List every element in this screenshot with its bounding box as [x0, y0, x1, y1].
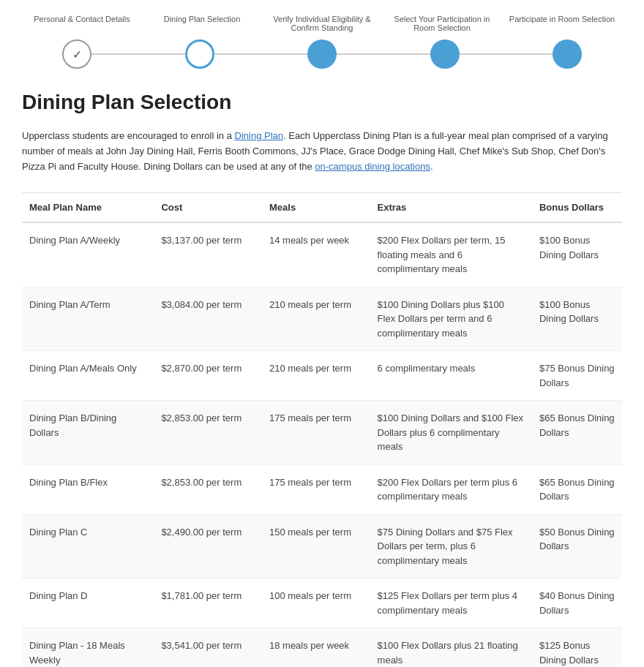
- cell-extras: $75 Dining Dollars and $75 Flex Dollars …: [370, 514, 532, 579]
- step-label-5: Participate in Room Selection: [502, 15, 622, 32]
- meal-plan-table: Meal Plan Name Cost Meals Extras Bonus D…: [22, 192, 622, 667]
- step-label-2: Dining Plan Selection: [142, 15, 262, 32]
- cell-name: Dining Plan B/Dining Dollars: [22, 401, 154, 465]
- cell-meals: 210 meals per term: [262, 287, 370, 351]
- cell-bonus: $100 Bonus Dining Dollars: [532, 287, 622, 351]
- progress-labels: Personal & Contact Details Dining Plan S…: [22, 15, 622, 32]
- col-header-name: Meal Plan Name: [22, 193, 154, 223]
- cell-cost: $1,781.00 per term: [154, 579, 262, 628]
- cell-name: Dining Plan B/Flex: [22, 464, 154, 514]
- table-header-row: Meal Plan Name Cost Meals Extras Bonus D…: [22, 193, 622, 223]
- cell-name: Dining Plan D: [22, 579, 154, 628]
- col-header-bonus: Bonus Dollars: [532, 193, 622, 223]
- table-row: Dining Plan D$1,781.00 per term100 meals…: [22, 579, 622, 628]
- step-label-3: Verify Individual Eligibility & Confirm …: [262, 15, 382, 32]
- description-text-1: Upperclass students are encouraged to en…: [22, 130, 235, 141]
- cell-extras: $100 Flex Dollars plus 21 floating meals: [370, 628, 532, 667]
- cell-cost: $3,541.00 per term: [154, 628, 262, 667]
- page-title: Dining Plan Selection: [22, 91, 622, 114]
- table-row: Dining Plan B/Dining Dollars$2,853.00 pe…: [22, 401, 622, 465]
- cell-extras: $200 Flex Dollars per term, 15 floating …: [370, 222, 532, 287]
- cell-name: Dining Plan A/Weekly: [22, 222, 154, 287]
- cell-bonus: $40 Bonus Dining Dollars: [532, 579, 622, 628]
- cell-cost: $2,870.00 per term: [154, 351, 262, 401]
- cell-extras: $100 Dining Dollars plus $100 Flex Dolla…: [370, 287, 532, 351]
- cell-name: Dining Plan C: [22, 514, 154, 579]
- dining-plan-link[interactable]: Dining Plan: [235, 130, 284, 141]
- step-circle-4: [430, 39, 460, 69]
- step-label-4: Select Your Participation in Room Select…: [382, 15, 502, 32]
- cell-cost: $2,853.00 per term: [154, 401, 262, 465]
- table-row: Dining Plan A/Meals Only$2,870.00 per te…: [22, 351, 622, 401]
- description-text-3: .: [430, 161, 433, 172]
- step-label-1: Personal & Contact Details: [22, 15, 142, 32]
- dining-locations-link[interactable]: on-campus dining locations: [315, 161, 430, 172]
- progress-track: ✓: [22, 39, 622, 69]
- cell-cost: $2,853.00 per term: [154, 464, 262, 514]
- progress-container: Personal & Contact Details Dining Plan S…: [22, 15, 622, 69]
- cell-bonus: $75 Bonus Dining Dollars: [532, 351, 622, 401]
- cell-bonus: $125 Bonus Dining Dollars: [532, 628, 622, 667]
- cell-bonus: $50 Bonus Dining Dollars: [532, 514, 622, 579]
- cell-meals: 150 meals per term: [262, 514, 370, 579]
- cell-cost: $2,490.00 per term: [154, 514, 262, 579]
- col-header-meals: Meals: [262, 193, 370, 223]
- col-header-cost: Cost: [154, 193, 262, 223]
- cell-bonus: $65 Bonus Dining Dollars: [532, 401, 622, 465]
- cell-extras: $100 Dining Dollars and $100 Flex Dollar…: [370, 401, 532, 465]
- cell-meals: 175 meals per term: [262, 401, 370, 465]
- cell-cost: $3,137.00 per term: [154, 222, 262, 287]
- cell-name: Dining Plan A/Meals Only: [22, 351, 154, 401]
- table-row: Dining Plan B/Flex$2,853.00 per term175 …: [22, 464, 622, 514]
- cell-name: Dining Plan A/Term: [22, 287, 154, 351]
- table-row: Dining Plan A/Term$3,084.00 per term210 …: [22, 287, 622, 351]
- cell-meals: 100 meals per term: [262, 579, 370, 628]
- step-circle-2: [185, 39, 214, 69]
- cell-extras: 6 complimentary meals: [370, 351, 532, 401]
- description-paragraph: Upperclass students are encouraged to en…: [22, 129, 622, 174]
- col-header-extras: Extras: [370, 193, 532, 223]
- table-row: Dining Plan C$2,490.00 per term150 meals…: [22, 514, 622, 579]
- cell-bonus: $100 Bonus Dining Dollars: [532, 222, 622, 287]
- cell-cost: $3,084.00 per term: [154, 287, 262, 351]
- cell-extras: $200 Flex Dollars per term plus 6 compli…: [370, 464, 532, 514]
- cell-extras: $125 Flex Dollars per term plus 4 compli…: [370, 579, 532, 628]
- cell-meals: 210 meals per term: [262, 351, 370, 401]
- cell-meals: 18 meals per week: [262, 628, 370, 667]
- cell-bonus: $65 Bonus Dining Dollars: [532, 464, 622, 514]
- cell-meals: 14 meals per week: [262, 222, 370, 287]
- cell-name: Dining Plan - 18 Meals Weekly: [22, 628, 154, 667]
- step-circle-5: [553, 39, 582, 69]
- table-row: Dining Plan - 18 Meals Weekly$3,541.00 p…: [22, 628, 622, 667]
- cell-meals: 175 meals per term: [262, 464, 370, 514]
- step-circle-3: [307, 39, 337, 69]
- table-row: Dining Plan A/Weekly$3,137.00 per term14…: [22, 222, 622, 287]
- step-circle-1: ✓: [62, 39, 91, 69]
